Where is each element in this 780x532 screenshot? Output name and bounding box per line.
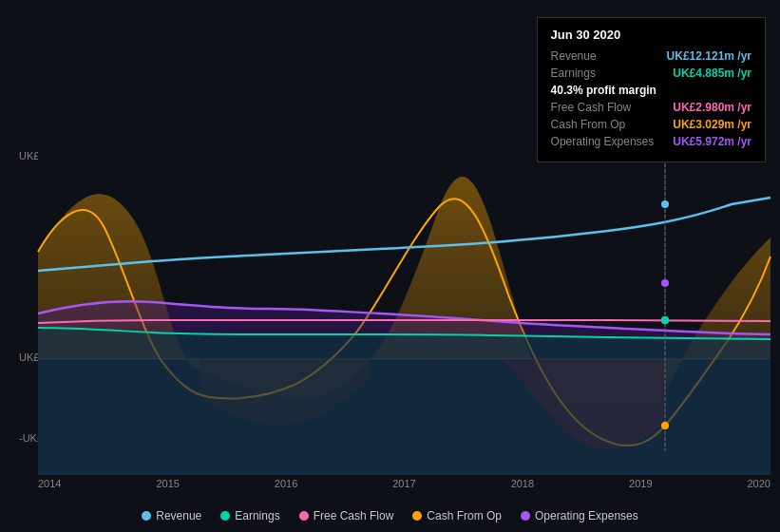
legend-label-revenue: Revenue bbox=[156, 509, 201, 522]
tooltip-revenue-label: Revenue bbox=[551, 49, 597, 63]
legend-revenue[interactable]: Revenue bbox=[142, 509, 201, 522]
tooltip-fcf-label: Free Cash Flow bbox=[551, 101, 632, 114]
x-label-2016: 2016 bbox=[275, 478, 297, 489]
tooltip-earnings-row: Earnings UK£4.885m /yr bbox=[551, 66, 751, 80]
legend-opex[interactable]: Operating Expenses bbox=[521, 509, 638, 522]
tooltip-opex-value: UK£5.972m /yr bbox=[673, 135, 751, 148]
legend-label-opex: Operating Expenses bbox=[535, 509, 638, 522]
x-label-2020: 2020 bbox=[747, 478, 770, 489]
chart-container: Jun 30 2020 Revenue UK£12.121m /yr Earni… bbox=[0, 0, 780, 532]
svg-point-5 bbox=[661, 279, 669, 287]
tooltip-cashop-row: Cash From Op UK£3.029m /yr bbox=[551, 118, 751, 131]
x-label-2019: 2019 bbox=[629, 478, 652, 489]
tooltip-earnings-value: UK£4.885m /yr bbox=[673, 66, 751, 80]
legend-dot-earnings bbox=[220, 511, 230, 521]
x-label-2018: 2018 bbox=[511, 478, 534, 489]
legend-label-fcf: Free Cash Flow bbox=[314, 509, 394, 522]
legend-dot-opex bbox=[521, 511, 530, 521]
tooltip-fcf-row: Free Cash Flow UK£2.980m /yr bbox=[551, 101, 751, 114]
legend-label-cashop: Cash From Op bbox=[427, 509, 502, 522]
tooltip-fcf-value: UK£2.980m /yr bbox=[673, 101, 751, 114]
tooltip-cashop-label: Cash From Op bbox=[551, 118, 626, 131]
tooltip-opex-label: Operating Expenses bbox=[551, 135, 655, 148]
legend-dot-cashop bbox=[412, 511, 422, 521]
legend-cashop[interactable]: Cash From Op bbox=[412, 509, 502, 522]
tooltip-date: Jun 30 2020 bbox=[551, 28, 751, 42]
svg-point-4 bbox=[661, 200, 669, 208]
legend-label-earnings: Earnings bbox=[235, 509, 279, 522]
svg-point-8 bbox=[661, 422, 669, 429]
x-label-2015: 2015 bbox=[156, 478, 179, 489]
legend-dot-revenue bbox=[142, 511, 151, 521]
svg-point-7 bbox=[661, 316, 669, 324]
tooltip-revenue-value: UK£12.121m /yr bbox=[667, 49, 751, 63]
x-label-2014: 2014 bbox=[38, 478, 61, 489]
tooltip-margin: 40.3% profit margin bbox=[551, 84, 751, 97]
legend-fcf[interactable]: Free Cash Flow bbox=[299, 509, 394, 522]
tooltip-earnings-label: Earnings bbox=[551, 66, 596, 80]
tooltip-revenue-row: Revenue UK£12.121m /yr bbox=[551, 49, 751, 63]
legend-dot-fcf bbox=[299, 511, 309, 521]
x-axis: 2014 2015 2016 2017 2018 2019 2020 bbox=[38, 478, 770, 489]
tooltip-cashop-value: UK£3.029m /yr bbox=[673, 118, 751, 131]
legend-earnings[interactable]: Earnings bbox=[220, 509, 279, 522]
tooltip-box: Jun 30 2020 Revenue UK£12.121m /yr Earni… bbox=[537, 17, 766, 162]
tooltip-opex-row: Operating Expenses UK£5.972m /yr bbox=[551, 135, 751, 148]
x-label-2017: 2017 bbox=[392, 478, 415, 489]
legend: Revenue Earnings Free Cash Flow Cash Fro… bbox=[0, 509, 780, 522]
